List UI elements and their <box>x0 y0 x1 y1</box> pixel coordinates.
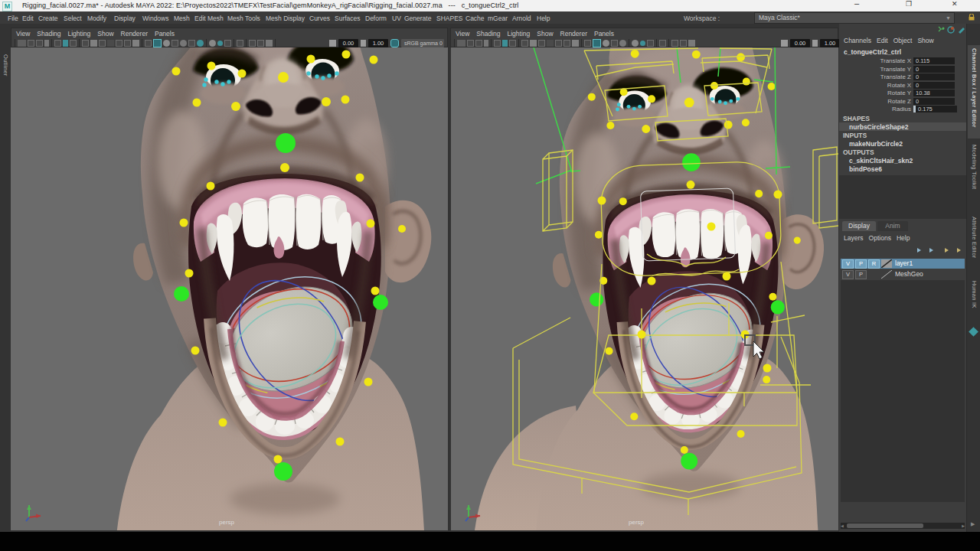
svg-text:persp: persp <box>629 519 645 526</box>
svg-text:persp: persp <box>219 519 235 526</box>
